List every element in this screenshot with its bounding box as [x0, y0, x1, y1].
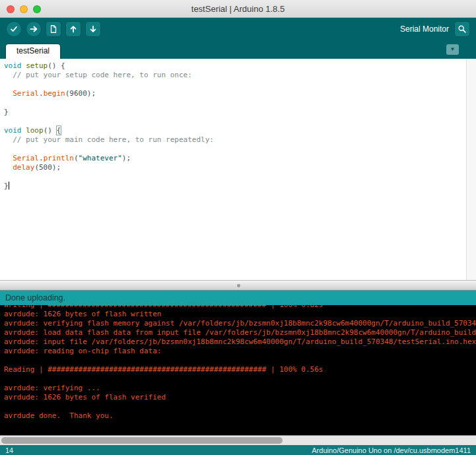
console-line: avrdude: 1626 bytes of flash written [4, 310, 476, 319]
code-line [4, 145, 476, 154]
status-bar: Done uploading. [0, 291, 476, 305]
console-line: avrdude: 1626 bytes of flash verified [4, 393, 476, 402]
minimize-button[interactable] [20, 5, 28, 13]
code-line [4, 117, 476, 126]
code-line: // put your setup code here, to run once… [4, 71, 476, 80]
console-line [4, 356, 476, 365]
console-panel: Writing | ##############################… [0, 305, 476, 435]
code-line: Serial.begin(9600); [4, 89, 476, 98]
console-line: Reading | ##############################… [4, 365, 476, 374]
arrow-down-icon [88, 24, 98, 34]
footer-bar: 14 Arduino/Genuino Uno on /dev/cu.usbmod… [0, 445, 476, 455]
toolbar: Serial Monitor [0, 18, 476, 40]
code-line: } [4, 108, 476, 117]
close-button[interactable] [7, 5, 15, 13]
pane-resize-handle[interactable] [0, 280, 476, 291]
verify-button[interactable] [6, 21, 22, 37]
save-button[interactable] [85, 21, 101, 37]
editor-vertical-scrollbar[interactable] [466, 59, 476, 280]
check-icon [9, 24, 18, 34]
upload-button[interactable] [26, 21, 42, 37]
console-line [4, 402, 476, 411]
code-editor[interactable]: void setup() { // put your setup code he… [0, 59, 476, 280]
titlebar: testSerial | Arduino 1.8.5 [0, 0, 476, 18]
console-line: avrdude: load data flash data from input… [4, 328, 476, 337]
console-horizontal-scrollbar [0, 435, 476, 445]
tab-testserial[interactable]: testSerial [6, 44, 60, 59]
console-line: avrdude: verifying ... [4, 384, 476, 393]
arrow-right-icon [29, 24, 38, 34]
code-line [4, 98, 476, 108]
tab-bar: testSerial ▼ [0, 40, 476, 59]
traffic-lights [7, 5, 41, 13]
code-line [4, 172, 476, 182]
code-line: void loop() { [4, 126, 476, 135]
magnifier-icon [458, 24, 467, 34]
serial-monitor-label: Serial Monitor [400, 24, 449, 34]
horizontal-scrollbar-thumb[interactable] [1, 437, 283, 444]
board-port-info: Arduino/Genuino Uno on /dev/cu.usbmodem1… [312, 446, 471, 454]
document-icon [49, 24, 58, 34]
console-line: avrdude: reading on-chip flash data: [4, 347, 476, 356]
arrow-up-icon [69, 24, 78, 34]
tab-menu-button[interactable]: ▼ [446, 44, 459, 55]
console-line: avrdude: verifying flash memory against … [4, 319, 476, 328]
code-line: void setup() { [4, 61, 476, 71]
grip-dot-icon [237, 284, 240, 287]
code-line: delay(500); [4, 163, 476, 172]
console-output: Writing | ##############################… [0, 305, 476, 421]
chevron-down-icon: ▼ [450, 46, 456, 52]
code-line [4, 80, 476, 89]
console-line: avrdude: input file /var/folders/jb/bzsm… [4, 337, 476, 347]
serial-monitor-button[interactable] [454, 21, 470, 37]
line-number-indicator: 14 [5, 446, 13, 454]
console-line: avrdude done. Thank you. [4, 411, 476, 421]
status-message: Done uploading. [5, 293, 65, 302]
console-line [4, 374, 476, 384]
code-area: void setup() { // put your setup code he… [0, 59, 476, 191]
console-line: Writing | ##############################… [4, 305, 476, 310]
zoom-button[interactable] [33, 5, 41, 13]
code-line: // put your main code here, to run repea… [4, 135, 476, 145]
arduino-ide-window: testSerial | Arduino 1.8.5 [0, 0, 476, 455]
code-line: Serial.println("whatever"); [4, 154, 476, 163]
code-line: } [4, 182, 476, 191]
window-title: testSerial | Arduino 1.8.5 [191, 4, 285, 14]
new-sketch-button[interactable] [46, 21, 61, 37]
open-button[interactable] [65, 21, 81, 37]
